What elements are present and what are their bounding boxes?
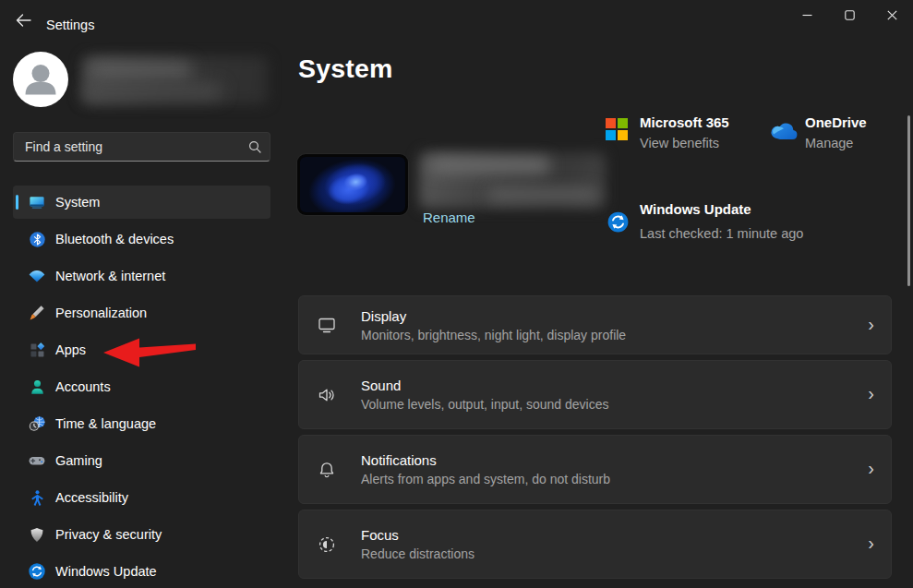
network-icon bbox=[28, 267, 46, 285]
accessibility-icon bbox=[28, 488, 46, 507]
sidebar-item-label: Network & internet bbox=[55, 269, 165, 283]
sidebar-item-label: Apps bbox=[55, 342, 86, 357]
time-language-icon bbox=[28, 414, 46, 433]
notifications-icon bbox=[317, 460, 337, 480]
settings-row-focus[interactable]: Focus Reduce distractions › bbox=[298, 510, 892, 579]
microsoft-logo-icon bbox=[606, 118, 630, 142]
sidebar-item-accounts[interactable]: Accounts bbox=[13, 370, 270, 403]
microsoft-365-block: Microsoft 365 View benefits bbox=[640, 114, 729, 150]
microsoft-365-title: Microsoft 365 bbox=[640, 114, 729, 130]
windows-update-status-icon bbox=[607, 210, 630, 234]
sidebar-item-label: Time & language bbox=[55, 416, 156, 431]
windows-update-title: Windows Update bbox=[640, 201, 804, 217]
windows-update-status-block[interactable]: Windows Update Last checked: 1 minute ag… bbox=[640, 201, 804, 245]
caption-controls bbox=[786, 0, 913, 30]
sidebar-item-label: Gaming bbox=[55, 453, 102, 468]
sidebar-item-bluetooth-devices[interactable]: Bluetooth & devices bbox=[13, 222, 270, 256]
maximize-icon bbox=[845, 10, 855, 20]
focus-icon bbox=[317, 534, 337, 555]
chevron-right-icon: › bbox=[868, 534, 874, 555]
chevron-right-icon: › bbox=[868, 459, 874, 480]
sidebar-item-label: Windows Update bbox=[55, 564, 157, 579]
redacted-device-name bbox=[417, 150, 607, 210]
settings-row-display[interactable]: Display Monitors, brightness, night ligh… bbox=[298, 295, 892, 354]
row-title: Notifications bbox=[361, 452, 610, 468]
windows-update-icon bbox=[28, 562, 46, 581]
sidebar-item-personalization[interactable]: Personalization bbox=[13, 296, 270, 330]
sidebar-item-label: Accounts bbox=[55, 379, 111, 394]
minimize-icon bbox=[802, 10, 812, 20]
page-title: System bbox=[298, 54, 393, 84]
privacy-icon bbox=[28, 525, 46, 544]
person-icon bbox=[13, 52, 68, 107]
personalization-icon bbox=[28, 304, 46, 322]
sound-icon bbox=[317, 385, 337, 405]
chevron-right-icon: › bbox=[868, 384, 874, 405]
back-arrow-icon bbox=[16, 14, 31, 27]
search-icon bbox=[248, 140, 261, 153]
rename-link[interactable]: Rename bbox=[423, 210, 475, 225]
settings-row-sound[interactable]: Sound Volume levels, output, input, soun… bbox=[298, 360, 892, 429]
chevron-right-icon: › bbox=[868, 315, 874, 336]
minimize-button[interactable] bbox=[786, 0, 828, 30]
sidebar-item-label: Accessibility bbox=[55, 490, 128, 505]
row-title: Display bbox=[361, 308, 626, 324]
onedrive-block: OneDrive Manage bbox=[805, 114, 867, 150]
row-title: Focus bbox=[361, 527, 475, 543]
titlebar: Settings bbox=[0, 0, 913, 42]
sidebar-item-time-language[interactable]: Time & language bbox=[13, 407, 270, 440]
back-button[interactable] bbox=[9, 7, 37, 33]
sidebar-item-apps[interactable]: Apps bbox=[13, 333, 270, 366]
close-button[interactable] bbox=[871, 0, 913, 30]
redacted-user-name bbox=[79, 54, 270, 107]
apps-icon bbox=[28, 341, 46, 359]
onedrive-title: OneDrive bbox=[805, 114, 867, 130]
row-subtitle: Reduce distractions bbox=[361, 546, 475, 561]
sidebar-item-privacy-security[interactable]: Privacy & security bbox=[13, 518, 270, 551]
wallpaper-bloom bbox=[297, 154, 408, 215]
sidebar-item-accessibility[interactable]: Accessibility bbox=[13, 481, 270, 514]
avatar bbox=[13, 52, 68, 107]
row-subtitle: Monitors, brightness, night light, displ… bbox=[361, 328, 626, 342]
row-title: Sound bbox=[361, 378, 609, 393]
sidebar-item-label: System bbox=[55, 195, 100, 210]
accounts-icon bbox=[28, 378, 46, 396]
sidebar-item-label: Privacy & security bbox=[55, 527, 162, 542]
gaming-icon bbox=[28, 451, 46, 470]
window-title: Settings bbox=[46, 18, 94, 32]
row-subtitle: Alerts from apps and system, do not dist… bbox=[361, 472, 610, 486]
view-benefits-link[interactable]: View benefits bbox=[640, 136, 729, 150]
search-box bbox=[13, 132, 270, 162]
sidebar-item-label: Personalization bbox=[55, 306, 147, 320]
display-icon bbox=[317, 315, 337, 335]
sidebar-item-windows-update[interactable]: Windows Update bbox=[13, 555, 270, 588]
sidebar-item-label: Bluetooth & devices bbox=[55, 232, 174, 246]
bluetooth-icon bbox=[28, 230, 46, 248]
onedrive-icon bbox=[769, 121, 799, 141]
sidebar-item-gaming[interactable]: Gaming bbox=[13, 444, 270, 477]
system-icon bbox=[28, 193, 46, 211]
manage-link[interactable]: Manage bbox=[805, 136, 867, 150]
sidebar-item-network-internet[interactable]: Network & internet bbox=[13, 259, 270, 293]
search-input[interactable] bbox=[13, 132, 270, 162]
row-subtitle: Volume levels, output, input, sound devi… bbox=[361, 397, 609, 412]
close-icon bbox=[887, 10, 897, 20]
scrollbar-thumb[interactable] bbox=[907, 115, 910, 286]
settings-window: Settings bbox=[0, 0, 913, 588]
sidebar-item-system[interactable]: System bbox=[13, 186, 270, 219]
device-thumbnail bbox=[297, 154, 408, 215]
maximize-button[interactable] bbox=[828, 0, 871, 30]
settings-row-notifications[interactable]: Notifications Alerts from apps and syste… bbox=[298, 435, 892, 504]
last-checked-status: Last checked: 1 minute ago bbox=[640, 223, 804, 245]
